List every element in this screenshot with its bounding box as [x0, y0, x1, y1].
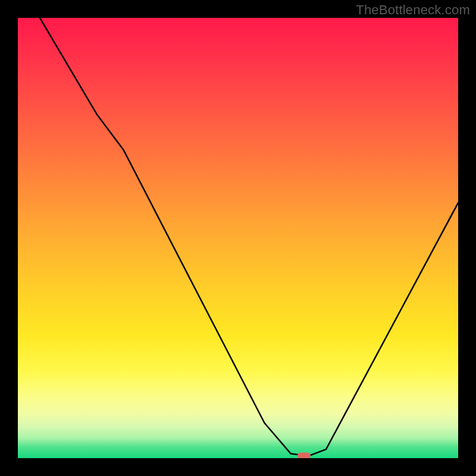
optimal-marker: [298, 452, 311, 458]
watermark-label: TheBottleneck.com: [356, 2, 470, 18]
bottleneck-curve: [18, 18, 458, 458]
curve-path: [40, 18, 458, 456]
plot-area: [18, 18, 458, 458]
chart-frame: TheBottleneck.com: [0, 0, 476, 476]
